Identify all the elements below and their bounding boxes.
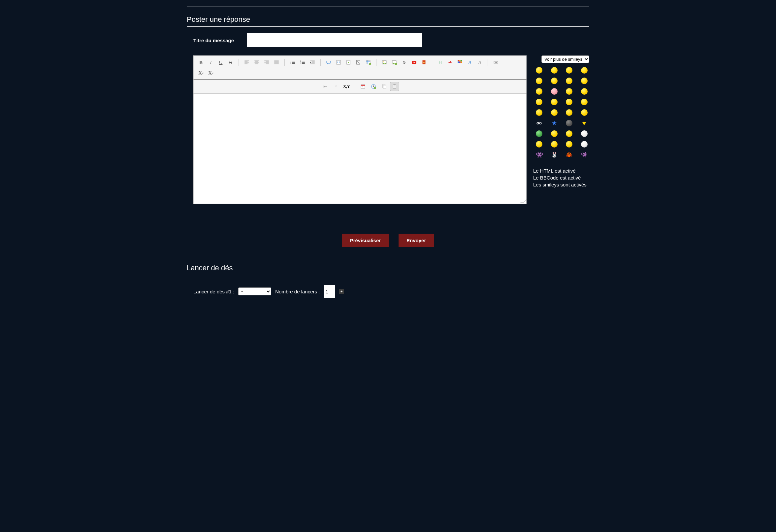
smiley-clown[interactable]: [581, 130, 588, 137]
align-left-icon[interactable]: [242, 58, 251, 67]
send-button[interactable]: Envoyer: [399, 234, 434, 247]
title-input[interactable]: [247, 33, 422, 47]
rand-icon[interactable]: X,Y: [342, 82, 351, 91]
svg-line-11: [357, 60, 360, 64]
smiley-grin[interactable]: [536, 67, 542, 73]
code-icon[interactable]: [334, 58, 343, 67]
toolbar-separator: [355, 83, 355, 90]
smiley-shocked[interactable]: [536, 77, 542, 84]
smiley-sick[interactable]: [536, 130, 542, 137]
scroll-up-icon[interactable]: ⌂: [332, 82, 341, 91]
smiley-idea[interactable]: [551, 109, 558, 116]
align-center-icon[interactable]: [252, 58, 261, 67]
ordered-list-icon[interactable]: 123: [298, 58, 307, 67]
outdent-icon[interactable]: [308, 58, 317, 67]
svg-point-2: [291, 63, 291, 64]
smiley-laugh[interactable]: [566, 77, 572, 84]
smiley-rolleyes[interactable]: [566, 99, 572, 105]
smiley-smile[interactable]: [551, 67, 558, 73]
color-palette-icon[interactable]: [455, 58, 464, 67]
smiley-blush[interactable]: [551, 141, 558, 148]
editor-toolbar-row2: ⇤ ⌂ X,Y: [193, 80, 527, 94]
smiley-cry[interactable]: [566, 88, 572, 95]
svg-rect-32: [362, 86, 362, 87]
smiley-mad[interactable]: [581, 77, 588, 84]
paste-icon[interactable]: [390, 82, 399, 91]
smiley-razz[interactable]: [536, 88, 542, 95]
throws-input[interactable]: [324, 285, 335, 298]
dice-select[interactable]: -: [238, 288, 271, 295]
more-icon[interactable]: [491, 58, 501, 67]
smiley-glasses[interactable]: [551, 99, 558, 105]
youtube-icon[interactable]: [409, 58, 419, 67]
smiley-twisted[interactable]: [536, 99, 542, 105]
flash-icon[interactable]: [419, 58, 429, 67]
header-icon[interactable]: H: [435, 58, 445, 67]
section-rule: [187, 26, 589, 27]
svg-rect-38: [394, 84, 395, 85]
preview-button[interactable]: Prévisualiser: [342, 234, 389, 247]
bold-icon[interactable]: B: [196, 58, 206, 67]
time-icon[interactable]: [369, 82, 378, 91]
smiley-sad[interactable]: [566, 67, 572, 73]
italic-icon[interactable]: I: [206, 58, 215, 67]
smiley-evil[interactable]: [581, 88, 588, 95]
toolbar-separator: [284, 59, 285, 66]
copy-icon[interactable]: [379, 82, 389, 91]
underline-icon[interactable]: U: [216, 58, 225, 67]
smiley-think[interactable]: [566, 141, 572, 148]
smiley-heart[interactable]: ♥: [581, 120, 588, 126]
more-smileys-select[interactable]: Voir plus de smileys: [541, 55, 589, 63]
smiley-question[interactable]: [536, 109, 542, 116]
remove-format-icon[interactable]: A: [445, 58, 455, 67]
hide-icon[interactable]: [354, 58, 363, 67]
resize-grip[interactable]: [521, 199, 525, 203]
editor-body: [193, 94, 527, 204]
image-host-icon[interactable]: [390, 58, 399, 67]
svg-rect-6: [327, 61, 331, 64]
link-icon[interactable]: [400, 58, 409, 67]
smiley-crab[interactable]: 🦀: [566, 152, 572, 158]
date-icon[interactable]: [358, 82, 368, 91]
smiley-invader[interactable]: 👾: [581, 152, 588, 158]
align-justify-icon[interactable]: [272, 58, 281, 67]
smiley-plain[interactable]: [581, 109, 588, 116]
font-icon[interactable]: A: [465, 58, 474, 67]
svg-point-0: [291, 61, 291, 61]
strike-icon[interactable]: S: [226, 58, 235, 67]
smiley-scared[interactable]: [581, 141, 588, 148]
rewind-icon[interactable]: ⇤: [321, 82, 330, 91]
font-size-icon[interactable]: A: [475, 58, 484, 67]
smiley-ninja[interactable]: [566, 120, 572, 126]
smiley-target[interactable]: [551, 130, 558, 137]
editor-textarea[interactable]: [194, 94, 526, 204]
smiley-cool[interactable]: [551, 77, 558, 84]
svg-point-1: [291, 62, 291, 63]
align-right-icon[interactable]: [262, 58, 271, 67]
smiley-neutral[interactable]: [566, 109, 572, 116]
smiley-bunny[interactable]: 🐰: [551, 152, 558, 158]
subscript-icon[interactable]: X2: [196, 68, 206, 77]
smiley-alien[interactable]: 👾: [536, 152, 542, 158]
smiley-suspect[interactable]: oo: [536, 120, 542, 126]
smiley-wink[interactable]: [536, 141, 542, 148]
svg-point-9: [348, 62, 349, 63]
svg-rect-23: [457, 61, 459, 63]
bbcode-link[interactable]: Le BBCode: [533, 175, 559, 181]
smiley-dizzy[interactable]: [566, 130, 572, 137]
smiley-exclaim[interactable]: [581, 99, 588, 105]
unordered-list-icon[interactable]: [288, 58, 297, 67]
spoiler-icon[interactable]: [344, 58, 353, 67]
status-lines: Le HTML est activé Le BBCode est activé …: [533, 168, 589, 187]
table-icon[interactable]: [364, 58, 373, 67]
image-icon[interactable]: [380, 58, 389, 67]
superscript-icon[interactable]: X2: [206, 68, 215, 77]
smiley-star[interactable]: ★: [551, 120, 558, 126]
toolbar-separator: [432, 59, 432, 66]
smiley-surprised[interactable]: [581, 67, 588, 73]
top-rule: [187, 7, 589, 7]
smiley-embarrassed[interactable]: [551, 88, 558, 95]
add-dice-button[interactable]: +: [339, 289, 344, 294]
toolbar-separator: [320, 59, 321, 66]
quote-icon[interactable]: [324, 58, 333, 67]
